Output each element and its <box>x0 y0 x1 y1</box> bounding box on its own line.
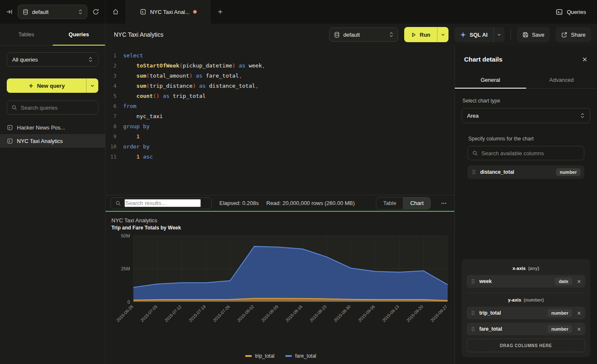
play-icon <box>411 32 416 38</box>
query-filter-select[interactable]: All queries <box>7 52 98 67</box>
chart-type-value: Area <box>467 113 478 119</box>
legend-item[interactable]: fare_total <box>285 353 316 359</box>
queries-icon <box>556 8 563 16</box>
svg-text:2015-09-13: 2015-09-13 <box>381 304 400 323</box>
queries-button[interactable]: Queries <box>545 0 597 24</box>
editor-line[interactable]: 3 sum(total_amount) as fare_total, <box>105 71 454 81</box>
chart-type-select[interactable]: Area <box>462 108 590 123</box>
close-icon[interactable] <box>582 57 588 62</box>
new-query-dropdown[interactable] <box>86 78 98 93</box>
svg-text:0: 0 <box>127 299 130 305</box>
query-search-input[interactable] <box>21 105 94 111</box>
svg-text:2015-07-19: 2015-07-19 <box>188 304 206 323</box>
chart-details-panel: Chart details GeneralAdvanced Select cha… <box>455 46 597 364</box>
area-chart[interactable]: 025M50M2015-06-282015-07-052015-07-12201… <box>111 232 450 351</box>
run-database-selector[interactable]: default <box>329 27 398 42</box>
drag-handle-icon[interactable] <box>471 169 476 175</box>
run-dropdown[interactable] <box>438 27 448 42</box>
share-button[interactable]: Share <box>556 27 591 42</box>
save-label: Save <box>532 32 545 38</box>
column-chip[interactable]: distance_totalnumber <box>467 165 584 179</box>
type-badge: number <box>556 168 581 176</box>
column-chip[interactable]: trip_totalnumber <box>467 307 585 319</box>
sidebar-expand-icon[interactable] <box>6 8 13 15</box>
column-chip[interactable]: weekdate <box>467 275 585 288</box>
new-query-button[interactable]: New query <box>7 78 98 93</box>
sidebar-query-item[interactable]: Hacker News Pos... <box>0 121 105 134</box>
search-icon <box>11 105 17 111</box>
column-name: fare_total <box>479 326 544 332</box>
content-header: NYC Taxi Analytics default Run <box>105 24 597 46</box>
line-number: 7 <box>105 111 123 121</box>
refresh-icon[interactable] <box>92 8 99 15</box>
results-toolbar: Elapsed: 0.208s Read: 20,000,000 rows (2… <box>105 195 454 211</box>
view-tab-table[interactable]: Table <box>376 197 403 209</box>
read-stat: Read: 20,000,000 rows (260.00 MB) <box>266 200 355 206</box>
home-tab[interactable] <box>105 0 126 24</box>
chart-legend: trip_totalfare_total <box>111 351 450 361</box>
remove-icon[interactable] <box>576 327 581 332</box>
line-number: 2 <box>105 61 123 71</box>
new-tab-button[interactable] <box>211 0 230 24</box>
editor-line[interactable]: 11 1 asc <box>105 152 454 162</box>
new-query-label: New query <box>37 83 65 89</box>
results-search-input[interactable] <box>124 199 201 207</box>
results-search[interactable] <box>111 197 212 209</box>
run-button[interactable]: Run <box>404 27 448 42</box>
sidebar-tab-tables[interactable]: Tables <box>0 24 53 45</box>
line-number: 11 <box>105 152 123 162</box>
chart-title: NYC Taxi Analytics <box>111 217 450 224</box>
editor-line[interactable]: 4 sum(trip_distance) as distance_total, <box>105 81 454 91</box>
editor-line[interactable]: 1select <box>105 51 454 61</box>
database-selector[interactable]: default <box>18 5 87 19</box>
type-badge: date <box>555 278 572 285</box>
editor-line[interactable]: 10order by <box>105 142 454 152</box>
remove-icon[interactable] <box>576 311 581 315</box>
svg-text:2015-08-30: 2015-08-30 <box>333 304 351 323</box>
column-name: distance_total <box>480 169 552 175</box>
editor-line[interactable]: 8group by <box>105 121 454 132</box>
query-file-icon <box>7 138 13 144</box>
panel-tab-advanced[interactable]: Advanced <box>526 71 597 88</box>
svg-text:2015-08-09: 2015-08-09 <box>260 304 279 323</box>
editor-line[interactable]: 5 count() as trip_total <box>105 91 454 101</box>
sql-editor[interactable]: 1select2 toStartOfWeek(pickup_datetime) … <box>105 46 454 195</box>
sidebar-query-item[interactable]: NYC Taxi Analytics <box>0 134 105 148</box>
editor-line[interactable]: 9 1 <box>105 132 454 142</box>
active-tab-label: NYC Taxi Anal... <box>150 9 190 15</box>
x-axis-hint: (any) <box>528 266 539 271</box>
sql-ai-button[interactable]: SQL AI <box>454 27 505 42</box>
plus-icon <box>217 9 223 15</box>
drag-handle-icon[interactable] <box>470 278 475 284</box>
editor-line[interactable]: 6from <box>105 101 454 111</box>
query-item-label: NYC Taxi Analytics <box>17 138 63 144</box>
column-chip[interactable]: fare_totalnumber <box>467 323 585 335</box>
query-search[interactable] <box>7 100 98 115</box>
remove-icon[interactable] <box>576 279 581 284</box>
legend-item[interactable]: trip_total <box>245 353 274 359</box>
drop-zone[interactable]: DRAG COLUMNS HERE <box>467 339 585 352</box>
save-button[interactable]: Save <box>517 27 550 42</box>
more-options-button[interactable] <box>438 200 449 207</box>
svg-text:2015-09-06: 2015-09-06 <box>357 304 376 323</box>
line-number: 6 <box>105 101 123 111</box>
columns-search[interactable] <box>467 146 584 160</box>
y-axis-columns: trip_totalnumberfare_totalnumber <box>467 307 585 335</box>
view-tab-chart[interactable]: Chart <box>403 197 430 209</box>
share-icon <box>561 32 567 38</box>
line-number: 1 <box>105 51 123 61</box>
elapsed-stat: Elapsed: 0.208s <box>219 200 259 206</box>
drag-handle-icon[interactable] <box>470 326 475 332</box>
sidebar-tab-queries[interactable]: Queries <box>53 24 105 45</box>
panel-tab-general[interactable]: General <box>455 71 526 88</box>
drag-handle-icon[interactable] <box>470 310 475 316</box>
chevron-down-icon <box>440 32 446 37</box>
columns-search-input[interactable] <box>481 150 580 156</box>
editor-line[interactable]: 7 nyc_taxi <box>105 111 454 121</box>
line-number: 3 <box>105 71 123 81</box>
active-query-tab[interactable]: NYC Taxi Anal... <box>126 0 211 24</box>
sql-ai-dropdown[interactable] <box>494 27 505 42</box>
columns-label: Specify columns for the chart <box>468 136 584 142</box>
column-name: trip_total <box>479 310 544 316</box>
editor-line[interactable]: 2 toStartOfWeek(pickup_datetime) as week… <box>105 61 454 71</box>
